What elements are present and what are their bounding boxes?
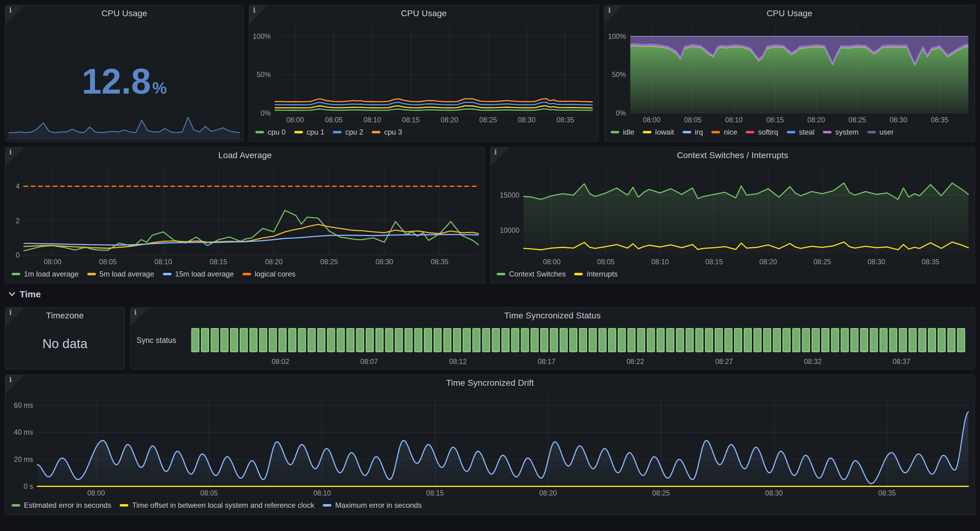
panel-title[interactable]: Time Syncronized Status	[149, 311, 956, 320]
panel-title[interactable]: CPU Usage	[623, 9, 956, 18]
svg-text:0 s: 0 s	[24, 482, 33, 490]
legend-label: user	[880, 128, 894, 136]
legend-label: nice	[724, 128, 737, 136]
panel-info-corner[interactable]: i	[5, 147, 24, 166]
legend-item[interactable]: Time offset in between local system and …	[120, 501, 314, 510]
legend-item[interactable]: Context Switches	[497, 270, 566, 278]
legend-label: Estimated error in seconds	[24, 501, 111, 510]
svg-text:10000: 10000	[500, 226, 519, 234]
chart-canvas[interactable]: 08:0008:0508:1008:1508:2008:2508:3008:35…	[5, 163, 485, 267]
svg-text:100%: 100%	[253, 32, 271, 40]
legend-item[interactable]: idle	[611, 128, 634, 136]
svg-text:08:27: 08:27	[715, 358, 733, 366]
panel-cpu-usage-stat: i CPU Usage 12.8 %	[5, 5, 244, 142]
svg-text:50%: 50%	[257, 71, 271, 79]
panel-info-corner[interactable]: i	[5, 308, 24, 326]
stat-unit: %	[152, 78, 167, 97]
svg-text:08:05: 08:05	[200, 489, 218, 497]
legend-item[interactable]: 15m load average	[163, 270, 234, 278]
svg-text:08:05: 08:05	[597, 258, 615, 266]
svg-text:08:00: 08:00	[87, 489, 105, 497]
legend-label: Maximum error in seconds	[335, 501, 422, 510]
svg-text:08:15: 08:15	[402, 116, 420, 124]
legend-item[interactable]: Estimated error in seconds	[12, 501, 111, 510]
svg-text:0%: 0%	[261, 109, 271, 117]
series-color-swatch	[323, 504, 331, 507]
chart-canvas[interactable]: 08:0008:0508:1008:1508:2008:2508:3008:35…	[491, 163, 975, 267]
svg-text:08:35: 08:35	[431, 258, 449, 266]
panel-info-corner[interactable]: i	[605, 5, 623, 24]
legend-label: iowait	[655, 128, 674, 136]
info-icon: i	[9, 148, 12, 156]
panel-load-average: i Load Average 08:0008:0508:1008:1508:20…	[5, 147, 485, 284]
legend-item[interactable]: Interrupts	[574, 270, 617, 278]
info-icon: i	[253, 6, 255, 14]
chart-canvas[interactable]: 08:0008:0508:1008:1508:2008:2508:3008:35…	[605, 21, 975, 125]
section-row-time[interactable]: Time	[9, 286, 41, 302]
legend-label: idle	[623, 128, 634, 136]
legend-label: steal	[799, 128, 815, 136]
series-color-swatch	[611, 131, 619, 133]
svg-text:08:10: 08:10	[651, 258, 669, 266]
svg-text:08:12: 08:12	[449, 358, 467, 366]
panel-info-corner[interactable]: i	[5, 375, 24, 393]
series-color-swatch	[372, 131, 380, 133]
panel-title[interactable]: Timezone	[24, 311, 106, 320]
stat-sparkline[interactable]	[9, 113, 240, 139]
panel-context-switches: i Context Switches / Interrupts 08:0008:…	[490, 147, 975, 284]
panel-title[interactable]: Load Average	[24, 151, 466, 160]
chart-legend: Context SwitchesInterrupts	[491, 267, 975, 283]
stat-number: 12.8	[82, 63, 151, 99]
panel-info-corner[interactable]: i	[491, 147, 509, 166]
chart-legend: Estimated error in secondsTime offset in…	[5, 499, 975, 515]
legend-item[interactable]: nice	[711, 128, 737, 136]
legend-item[interactable]: logical cores	[243, 270, 296, 278]
legend-label: logical cores	[255, 270, 296, 278]
panel-title[interactable]: Time Syncronized Drift	[24, 378, 956, 388]
legend-item[interactable]: user	[867, 128, 894, 136]
legend-item[interactable]: 5m load average	[87, 270, 154, 278]
legend-item[interactable]: cpu 3	[372, 128, 402, 136]
panel-time-sync-drift: i Time Syncronized Drift 08:0008:0508:10…	[5, 374, 975, 515]
svg-text:08:00: 08:00	[543, 258, 561, 266]
panel-title[interactable]: Context Switches / Interrupts	[509, 151, 956, 160]
svg-text:08:25: 08:25	[652, 489, 670, 497]
series-color-swatch	[87, 273, 96, 275]
legend-item[interactable]: cpu 2	[333, 128, 363, 136]
legend-label: Context Switches	[509, 270, 566, 278]
svg-text:08:20: 08:20	[759, 258, 777, 266]
panel-title[interactable]: CPU Usage	[268, 9, 580, 18]
svg-text:08:07: 08:07	[360, 358, 378, 366]
chart-canvas[interactable]: 08:0208:0708:1208:1708:2208:2708:3208:37	[189, 323, 970, 369]
chart-canvas[interactable]: 08:0008:0508:1008:1508:2008:2508:3008:35…	[249, 21, 598, 125]
legend-label: Time offset in between local system and …	[132, 501, 314, 510]
chart-legend: 1m load average5m load average15m load a…	[5, 267, 485, 283]
panel-header: Time Syncronized Status	[130, 308, 975, 323]
svg-text:08:00: 08:00	[643, 116, 660, 124]
legend-item[interactable]: steal	[787, 128, 815, 136]
legend-item[interactable]: cpu 1	[294, 128, 325, 136]
series-color-swatch	[643, 131, 651, 133]
svg-text:20 ms: 20 ms	[14, 455, 33, 463]
legend-label: 5m load average	[100, 270, 154, 278]
legend-item[interactable]: cpu 0	[255, 128, 286, 136]
svg-text:08:15: 08:15	[210, 258, 228, 266]
legend-item[interactable]: Maximum error in seconds	[323, 501, 422, 510]
panel-title[interactable]: CPU Usage	[24, 9, 225, 18]
legend-label: irq	[695, 128, 703, 136]
panel-info-corner[interactable]: i	[130, 308, 149, 326]
legend-item[interactable]: 1m load average	[12, 270, 79, 278]
panel-info-corner[interactable]: i	[249, 5, 268, 24]
series-color-swatch	[333, 131, 342, 133]
legend-item[interactable]: iowait	[643, 128, 674, 136]
panel-info-corner[interactable]: i	[5, 5, 24, 24]
svg-text:08:35: 08:35	[922, 258, 940, 266]
chevron-down-icon	[9, 292, 15, 297]
legend-item[interactable]: softirq	[746, 128, 778, 136]
chart-canvas[interactable]: 08:0008:0508:1008:1508:2008:2508:3008:35…	[5, 391, 975, 499]
legend-item[interactable]: system	[823, 128, 858, 136]
panel-header: Context Switches / Interrupts	[491, 147, 975, 163]
legend-item[interactable]: irq	[682, 128, 703, 136]
section-label: Time	[20, 289, 41, 300]
series-color-swatch	[787, 131, 795, 133]
